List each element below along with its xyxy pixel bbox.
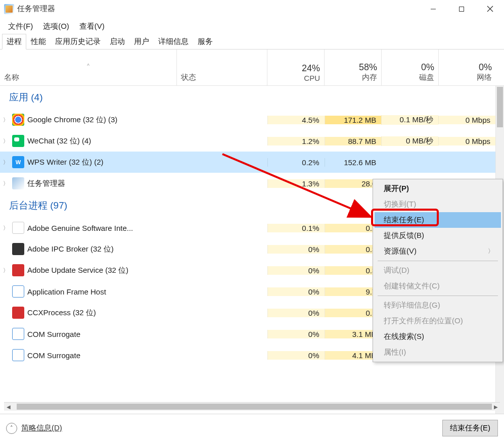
end-task-button[interactable]: 结束任务(E) [442,420,498,436]
header-net-pct: 0% [479,62,492,73]
header-memory[interactable]: 58% 内存 [325,50,382,85]
header-cpu[interactable]: 24% CPU [267,50,325,85]
cpu-cell: 1.3% [267,179,325,188]
row-wps[interactable]: 〉 W WPS Writer (32 位) (2) 0.2% 152.6 MB [0,152,495,173]
mem-cell: 152.6 MB [325,158,382,167]
ctx-resource-values-label: 资源值(V) [384,247,417,256]
header-status[interactable]: 状态 [177,50,267,85]
header-network[interactable]: 0% 网络 [439,50,496,85]
svg-rect-1 [460,7,464,11]
process-name: Application Frame Host [27,287,177,296]
cpu-cell: 0.1% [267,224,325,232]
process-name: CCXProcess (32 位) [27,308,177,318]
tab-startup[interactable]: 启动 [105,34,129,50]
row-chrome[interactable]: 〉 Google Chrome (32 位) (3) 4.5% 171.2 MB… [0,109,495,130]
task-manager-icon [12,177,24,189]
header-status-label: 状态 [181,73,263,82]
process-name: Google Chrome (32 位) (3) [27,115,177,125]
tab-performance[interactable]: 性能 [26,34,51,50]
scroll-right-button[interactable]: ▶ [491,403,500,411]
ctx-create-dump: 创建转储文件(C) [375,278,501,294]
net-cell: 0 Mbps [438,116,495,124]
minimize-icon [430,6,436,12]
ctx-end-task[interactable]: 结束任务(E) [375,212,501,228]
ctx-resource-values[interactable]: 资源值(V) 〉 [375,243,501,259]
expander-icon[interactable]: 〉 [0,180,12,187]
sort-indicator-icon: ^ [87,63,89,69]
ctx-properties: 属性(I) [375,345,501,360]
cpu-cell: 1.2% [267,137,325,145]
tab-services[interactable]: 服务 [193,34,217,50]
header-name[interactable]: ^ 名称 [0,50,177,85]
menu-bar: 文件(F) 选项(O) 查看(V) [0,18,504,34]
window-title: 任务管理器 [17,4,55,14]
header-disk[interactable]: 0% 磁盘 [382,50,439,85]
close-button[interactable] [476,0,504,18]
bottom-bar: ˄ 简略信息(D) 结束任务(E) [0,414,504,442]
tab-details[interactable]: 详细信息 [154,34,193,50]
process-name: COM Surrogate [27,330,177,338]
cpu-cell: 0% [267,351,325,360]
process-name: Adobe Genuine Software Inte... [27,224,177,232]
chevron-up-icon: ˄ [6,423,17,434]
ctx-feedback[interactable]: 提供反馈(B) [375,228,501,243]
header-name-label: 名称 [4,73,172,82]
disk-cell: 0 MB/秒 [381,136,438,146]
menu-options[interactable]: 选项(O) [39,20,73,33]
mem-cell: 171.2 MB [325,116,382,124]
ctx-separator [378,261,498,261]
expander-icon[interactable]: 〉 [0,159,12,166]
tab-users[interactable]: 用户 [129,34,154,50]
maximize-button[interactable] [447,0,476,18]
menu-view[interactable]: 查看(V) [75,20,109,33]
fewer-details-label: 简略信息(D) [21,423,62,433]
section-apps: 应用 (4) [0,86,495,109]
process-name: COM Surrogate [27,351,177,360]
chevron-right-icon: 〉 [488,247,494,256]
horizontal-scrollbar[interactable]: ◀ ▶ [4,402,500,411]
header-mem-label: 内存 [362,73,377,82]
process-name: 任务管理器 [27,179,177,188]
cpu-cell: 4.5% [267,116,325,124]
com-surrogate-icon [12,349,24,361]
net-cell: 0 Mbps [438,137,495,145]
wps-icon: W [12,156,24,168]
scrollbar-track[interactable] [13,403,491,411]
header-cpu-pct: 24% [302,63,320,74]
app-icon [4,4,14,14]
header-cpu-label: CPU [304,74,320,82]
tab-app-history[interactable]: 应用历史记录 [51,34,105,50]
expander-icon[interactable]: 〉 [0,137,12,145]
adobe-update-icon [12,264,24,276]
cpu-cell: 0.2% [267,158,325,167]
expander-icon[interactable]: 〉 [0,116,12,124]
expander-icon[interactable]: 〉 [0,267,12,274]
expander-icon[interactable]: 〉 [0,224,12,232]
header-mem-pct: 58% [359,62,377,73]
menu-file[interactable]: 文件(F) [4,20,37,33]
process-name: WPS Writer (32 位) (2) [27,158,177,167]
cpu-cell: 0% [267,330,325,338]
scrollbar-thumb[interactable] [497,87,503,127]
ctx-go-details: 转到详细信息(G) [375,298,501,313]
window-controls [419,0,504,18]
context-menu: 展开(P) 切换到(T) 结束任务(E) 提供反馈(B) 资源值(V) 〉 调试… [373,179,503,362]
minimize-button[interactable] [419,0,447,18]
com-surrogate-icon [12,328,24,340]
ctx-expand[interactable]: 展开(P) [375,181,501,197]
scroll-left-button[interactable]: ◀ [4,403,13,411]
column-headers: ^ 名称 状态 24% CPU 58% 内存 0% 磁盘 0% 网络 [0,50,504,86]
header-disk-pct: 0% [421,62,434,73]
header-net-label: 网络 [477,73,492,82]
mem-cell: 88.7 MB [325,137,382,145]
process-name: Adobe IPC Broker (32 位) [27,244,177,254]
tab-processes[interactable]: 进程 [2,34,26,50]
ctx-search-online[interactable]: 在线搜索(S) [375,329,501,345]
ctx-debug: 调试(D) [375,263,501,278]
fewer-details-toggle[interactable]: ˄ 简略信息(D) [6,423,62,434]
maximize-icon [459,6,465,12]
scrollbar-thumb[interactable] [17,404,492,410]
header-disk-label: 磁盘 [419,73,434,82]
ccx-icon [12,307,24,319]
row-wechat[interactable]: 〉 WeChat (32 位) (4) 1.2% 88.7 MB 0 MB/秒 … [0,130,495,152]
